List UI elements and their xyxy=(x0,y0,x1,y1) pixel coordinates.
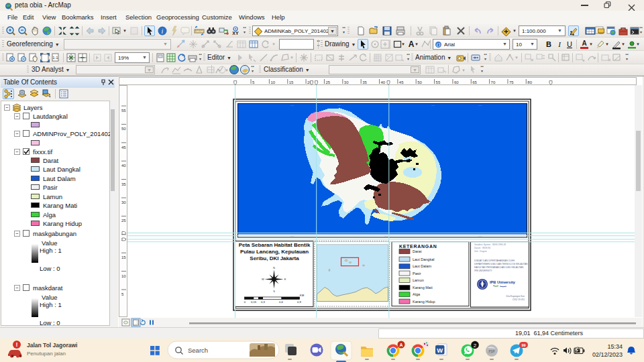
svg-text:XY: XY xyxy=(232,31,239,36)
svg-text:IPB University: IPB University xyxy=(490,280,516,284)
svg-text:i: i xyxy=(162,27,164,35)
svg-text:Geodetic System : WGS 1984 48: Geodetic System : WGS 1984 48 xyxy=(474,243,506,246)
svg-text:Jalan Tol Jagorawi: Jalan Tol Jagorawi xyxy=(27,342,77,349)
svg-text:DEPARTEMEN ILMU DAN TEKNOLOGI: DEPARTEMEN ILMU DAN TEKNOLOGI KELAUTAN xyxy=(474,263,528,265)
svg-text:Lamun: Lamun xyxy=(413,278,424,282)
svg-text:DIBUAT DAN DIPERTAHANKAN OLEH: DIBUAT DAN DIPERTAHANKAN OLEH xyxy=(474,259,515,262)
svg-text:Darat: Darat xyxy=(413,249,422,253)
svg-text:FAKULTAS PERIKANAN DAN ILMU KE: FAKULTAS PERIKANAN DAN ILMU KELAUTAN xyxy=(474,266,524,269)
svg-text:Unit : Degree: Unit : Degree xyxy=(474,250,487,253)
svg-text:1:1: 1:1 xyxy=(52,56,58,60)
svg-text:70: 70 xyxy=(491,80,496,84)
svg-text:IPB UNIVERSITY: IPB UNIVERSITY xyxy=(474,269,492,272)
svg-text:Pasir: Pasir xyxy=(413,272,421,276)
svg-text:99: 99 xyxy=(521,343,525,347)
svg-text:S: S xyxy=(273,290,275,293)
svg-text:65: 65 xyxy=(472,80,477,84)
svg-text:25: 25 xyxy=(121,219,126,223)
svg-text:Search: Search xyxy=(188,347,208,354)
svg-text:50: 50 xyxy=(121,127,126,131)
svg-text:40: 40 xyxy=(381,80,386,84)
svg-text:A: A xyxy=(582,40,586,47)
svg-text:02/12/2023: 02/12/2023 xyxy=(592,351,623,358)
svg-text:E: E xyxy=(284,278,286,281)
svg-text:0,6: 0,6 xyxy=(279,300,283,304)
svg-text:80: 80 xyxy=(527,80,532,84)
svg-text:W: W xyxy=(437,347,443,354)
svg-text:xxxx: xxxx xyxy=(337,105,341,107)
svg-text:PSP: PSP xyxy=(488,350,494,353)
svg-text:xxxx: xxxx xyxy=(478,105,482,107)
svg-text:0,9: 0,9 xyxy=(297,300,301,304)
svg-text:Laut Dangkal: Laut Dangkal xyxy=(413,257,434,261)
svg-text:35: 35 xyxy=(362,80,367,84)
svg-text:Seribu, DKI Jakarta: Seribu, DKI Jakarta xyxy=(250,255,299,261)
svg-text:25: 25 xyxy=(325,80,330,84)
svg-text:!: ! xyxy=(16,341,18,348)
svg-text:15: 15 xyxy=(121,255,126,259)
svg-text:45: 45 xyxy=(399,80,404,84)
svg-text:10: 10 xyxy=(270,80,275,84)
svg-text:50: 50 xyxy=(417,80,422,84)
svg-text:KETERANGAN: KETERANGAN xyxy=(399,244,437,249)
svg-text:W: W xyxy=(262,278,264,281)
svg-text:Laut Dalam: Laut Dalam xyxy=(413,264,432,268)
svg-text:15:34: 15:34 xyxy=(607,343,623,350)
svg-text:55: 55 xyxy=(436,80,441,84)
svg-text:xxxx: xxxx xyxy=(431,105,435,107)
svg-text:Peta Sebaran Habitat Bentik: Peta Sebaran Habitat Bentik xyxy=(239,242,311,248)
svg-text:60: 60 xyxy=(454,80,459,84)
svg-text:5: 5 xyxy=(252,80,255,84)
svg-text:Penutupan jalan: Penutupan jalan xyxy=(27,351,66,357)
svg-text:N: N xyxy=(273,266,275,269)
svg-text:O: O xyxy=(437,42,441,48)
svg-text:Karang Hidup: Karang Hidup xyxy=(413,300,435,304)
svg-text:75: 75 xyxy=(509,80,514,84)
svg-text:Karang Mati: Karang Mati xyxy=(413,286,433,290)
svg-text:0,15: 0,15 xyxy=(251,300,257,304)
svg-text:xxxx: xxxx xyxy=(290,105,294,107)
svg-text:Datum : WGS 84: Datum : WGS 84 xyxy=(474,247,490,249)
svg-text:Alga: Alga xyxy=(413,292,421,296)
svg-text:Pulau Lancang, Kepulauan: Pulau Lancang, Kepulauan xyxy=(240,249,309,255)
svg-text:35: 35 xyxy=(121,182,126,186)
svg-text:KM: KM xyxy=(300,294,305,297)
svg-text:40: 40 xyxy=(121,164,126,168)
svg-text:45: 45 xyxy=(121,145,126,149)
svg-text:5: 5 xyxy=(121,292,124,296)
svg-text:Dita Kayangan Sari: Dita Kayangan Sari xyxy=(506,295,525,298)
svg-text:0,3: 0,3 xyxy=(261,300,265,304)
svg-text:15: 15 xyxy=(289,80,294,84)
svg-text:55: 55 xyxy=(121,109,126,113)
svg-text:2: 2 xyxy=(474,343,477,349)
svg-text:30: 30 xyxy=(344,80,349,84)
svg-text:30: 30 xyxy=(121,200,126,204)
svg-text:C552 19 051: C552 19 051 xyxy=(513,298,525,301)
svg-text:10: 10 xyxy=(121,274,126,278)
svg-text:A: A xyxy=(399,343,402,347)
